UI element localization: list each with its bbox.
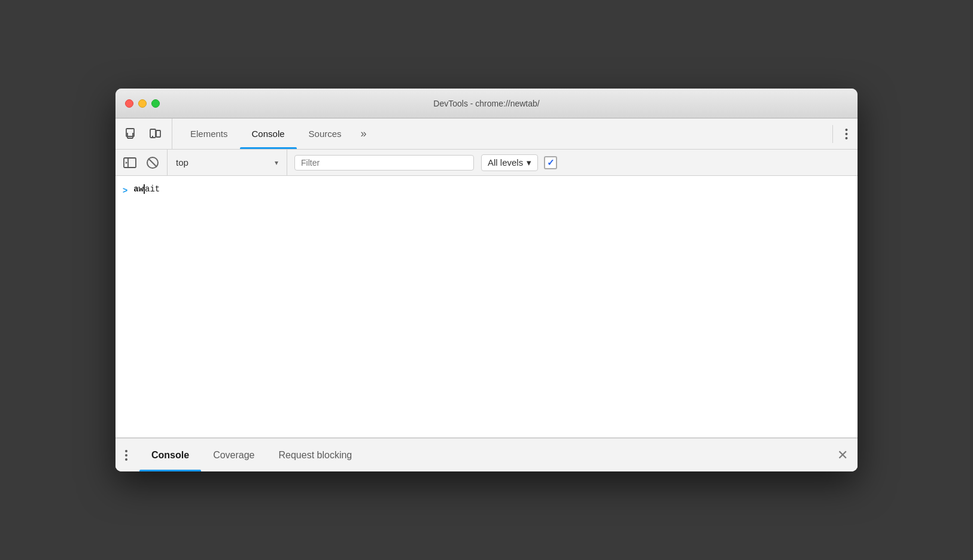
toolbar-menu-button[interactable]	[835, 118, 858, 149]
console-bold-text: aw	[133, 184, 144, 194]
maximize-button[interactable]	[151, 99, 160, 108]
devtools-container: Elements Console Sources »	[115, 118, 858, 471]
all-levels-arrow: ▾	[527, 157, 531, 168]
svg-point-5	[846, 133, 848, 135]
bottom-tab-request-blocking[interactable]: Request blocking	[267, 439, 364, 471]
inspect-element-icon[interactable]	[124, 126, 139, 142]
bottom-close-button[interactable]: ✕	[828, 439, 858, 471]
console-entry: > await	[115, 181, 858, 200]
svg-marker-9	[126, 162, 127, 164]
console-chevron[interactable]: >	[123, 185, 127, 195]
more-tabs-button[interactable]: »	[354, 118, 374, 149]
svg-point-6	[846, 137, 848, 139]
console-code: await	[133, 184, 160, 194]
log-level-checkbox[interactable]: ✓	[544, 156, 557, 169]
traffic-lights	[125, 99, 160, 108]
bottom-tab-console[interactable]: Console	[139, 439, 201, 471]
device-toolbar-icon[interactable]	[148, 126, 163, 142]
svg-rect-2	[156, 130, 160, 137]
close-button[interactable]	[125, 99, 133, 108]
filter-section: All levels ▾ ✓	[287, 150, 858, 175]
console-toolbar: top ▾ All levels ▾ ✓	[115, 150, 858, 176]
tab-sources[interactable]: Sources	[297, 118, 354, 149]
top-toolbar: Elements Console Sources »	[115, 118, 858, 150]
svg-point-4	[846, 129, 848, 131]
console-content: > await	[115, 176, 858, 438]
window-title: DevTools - chrome://newtab/	[433, 99, 539, 108]
minimize-button[interactable]	[138, 99, 147, 108]
bottom-tabs: Console Coverage Request blocking	[137, 439, 828, 471]
top-frame-selector[interactable]: top ▾	[168, 150, 287, 175]
console-normal-text: ait	[145, 184, 160, 194]
show-sidebar-icon[interactable]	[121, 154, 138, 171]
tabs-nav: Elements Console Sources »	[172, 118, 830, 149]
clear-console-icon[interactable]	[144, 154, 161, 171]
bottom-menu-button[interactable]	[115, 439, 137, 471]
svg-line-11	[148, 159, 157, 167]
toolbar-divider	[832, 125, 833, 143]
devtools-window: DevTools - chrome://newtab/	[115, 89, 858, 471]
console-icon-group	[115, 150, 168, 175]
filter-input[interactable]	[294, 155, 474, 171]
top-frame-value: top	[176, 157, 188, 168]
tab-console[interactable]: Console	[240, 118, 297, 149]
title-bar: DevTools - chrome://newtab/	[115, 89, 858, 118]
top-frame-arrow: ▾	[275, 159, 278, 167]
tab-elements[interactable]: Elements	[178, 118, 240, 149]
toolbar-icon-group	[115, 118, 172, 149]
bottom-tab-coverage[interactable]: Coverage	[201, 439, 266, 471]
all-levels-label: All levels	[488, 157, 523, 168]
bottom-panel: Console Coverage Request blocking ✕	[115, 438, 858, 471]
all-levels-dropdown[interactable]: All levels ▾	[481, 154, 538, 171]
